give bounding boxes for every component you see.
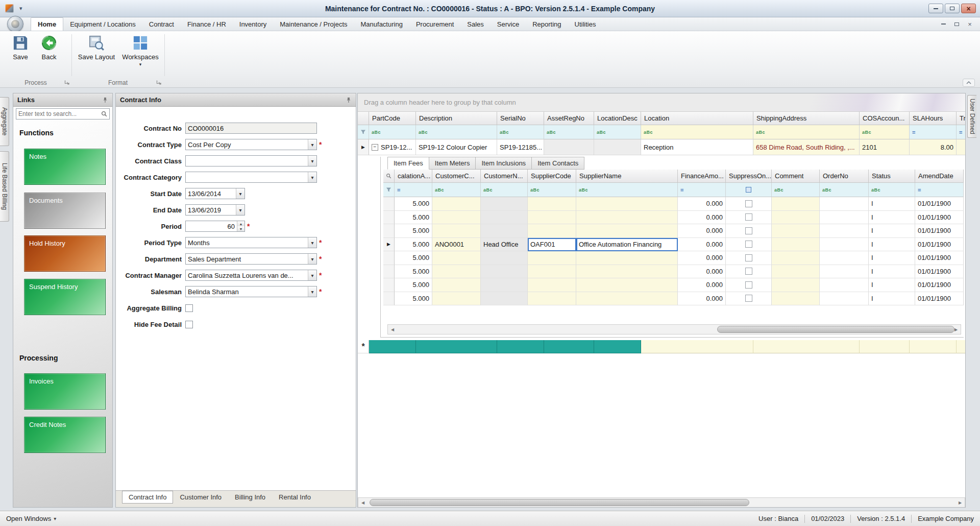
spinner-buttons[interactable]: ▲ ▼ <box>237 221 244 231</box>
tab-billing-info[interactable]: Billing Info <box>228 491 272 504</box>
maximize-button[interactable] <box>945 4 960 13</box>
period-input[interactable] <box>186 221 237 231</box>
escalation-amount-cell[interactable]: 5.000 <box>395 224 432 238</box>
slahours-header[interactable]: SLAHours <box>910 112 957 125</box>
ribbon-minimize-button[interactable] <box>937 19 949 29</box>
shippingaddress-filter-cell[interactable]: aBc <box>753 125 860 139</box>
order-no-cell[interactable] <box>820 224 869 238</box>
description-filter-cell[interactable]: aBc <box>416 125 497 139</box>
link-suspend-history[interactable]: Suspend History <box>24 279 106 315</box>
item-grid-row[interactable]: 5.0000.000I01/01/1900 <box>383 278 964 292</box>
assetregno-header[interactable]: AssetRegNo <box>544 112 594 125</box>
amend-date-cell[interactable]: 01/01/1900 <box>915 224 964 238</box>
shippingaddress-cell[interactable]: 658 Dime Road, South Riding, ,... <box>753 139 860 155</box>
customer-code-cell[interactable] <box>432 265 481 279</box>
ribbon-tab-procurement[interactable]: Procurement <box>409 17 460 31</box>
ribbon-tab-sales[interactable]: Sales <box>460 17 491 31</box>
order-no-cell[interactable] <box>820 265 869 279</box>
new-assetregno-cell[interactable] <box>544 340 594 353</box>
location-cell[interactable]: Reception <box>641 139 753 155</box>
group-by-panel[interactable]: Drag a column header here to group by th… <box>358 93 965 112</box>
cosaccount-header[interactable]: COSAccoun... <box>860 112 910 125</box>
suppress-checkbox[interactable] <box>745 281 752 289</box>
link-credit-notes[interactable]: Credit Notes <box>24 417 106 453</box>
edge-tab-life-based-billing[interactable]: Life Based Billing <box>0 151 9 222</box>
customercode-filter-cell[interactable]: aBc <box>432 183 481 197</box>
amenddate-header[interactable]: AmendDate <box>915 170 964 183</box>
item-grid-row[interactable]: 5.0000.000I01/01/1900 <box>383 251 964 265</box>
suppress-cell[interactable] <box>726 211 772 225</box>
locationdesc-header[interactable]: LocationDesc <box>594 112 641 125</box>
pin-icon[interactable] <box>102 97 108 103</box>
customer-code-cell[interactable] <box>432 224 481 238</box>
amend-date-cell[interactable]: 01/01/1900 <box>915 197 964 211</box>
aggregate-billing-checkbox[interactable] <box>185 304 193 312</box>
status-filter-cell[interactable]: aBc <box>869 183 915 197</box>
supplier-name-cell[interactable] <box>576 265 678 279</box>
contract-manager-combo[interactable]: Carolina Suzzetta Lourens van de... ▾ <box>185 270 317 281</box>
escalation-amount-cell[interactable]: 5.000 <box>395 251 432 265</box>
item-grid-row[interactable]: 5.0000.000I01/01/1900 <box>383 197 964 211</box>
suppliercode-filter-cell[interactable]: aBc <box>528 183 576 197</box>
suppress-checkbox[interactable] <box>745 254 752 261</box>
period-type-combo[interactable]: Months ▾ <box>185 237 317 248</box>
ribbon-close-button[interactable]: × <box>964 19 976 29</box>
customer-name-cell[interactable] <box>481 224 528 238</box>
new-location-cell[interactable] <box>641 340 753 353</box>
suppresson-filter-cell[interactable] <box>726 183 772 197</box>
order-no-cell[interactable] <box>820 211 869 225</box>
financeamount-filter-cell[interactable]: = <box>678 183 726 197</box>
links-search-input[interactable] <box>18 110 101 117</box>
order-no-cell[interactable] <box>820 292 869 306</box>
escalation-amount-cell[interactable]: 5.000 <box>395 265 432 279</box>
suppress-checkbox[interactable] <box>745 227 752 234</box>
finance-amount-cell[interactable]: 0.000 <box>678 251 726 265</box>
item-grid-row[interactable]: ▶5.000ANO0001Head OfficeOAF001Office Aut… <box>383 238 964 252</box>
link-hold-history[interactable]: Hold History <box>24 235 106 272</box>
application-menu-button[interactable] <box>7 16 23 32</box>
finance-amount-cell[interactable]: 0.000 <box>678 265 726 279</box>
ribbon-tab-maintenance-projects[interactable]: Maintenance / Projects <box>273 17 354 31</box>
assetregno-cell[interactable] <box>544 139 594 155</box>
main-grid-data-row[interactable]: ▶ − SP19-12... SP19-12 Colour Copier SP1… <box>358 139 966 155</box>
link-notes[interactable]: Notes <box>24 149 106 185</box>
scroll-left-icon[interactable]: ◀ <box>388 325 397 334</box>
suppress-checkbox[interactable] <box>745 268 752 275</box>
spin-up-icon[interactable]: ▲ <box>237 221 244 226</box>
ribbon-tab-manufacturing[interactable]: Manufacturing <box>354 17 409 31</box>
ribbon-tab-inventory[interactable]: Inventory <box>233 17 273 31</box>
order-no-cell[interactable] <box>820 238 869 252</box>
supplier-name-cell[interactable] <box>576 292 678 306</box>
status-cell[interactable]: I <box>869 224 915 238</box>
edge-tab-aggregate[interactable]: Aggregate <box>0 97 9 146</box>
locationdesc-cell[interactable] <box>594 139 641 155</box>
supplier-code-cell[interactable] <box>528 211 576 225</box>
escalation-amount-cell[interactable]: 5.000 <box>395 211 432 225</box>
status-cell[interactable]: I <box>869 292 915 306</box>
status-cell[interactable]: I <box>869 238 915 252</box>
description-cell[interactable]: SP19-12 Colour Copier <box>416 139 497 155</box>
new-partcode-cell[interactable] <box>369 340 416 353</box>
escalation-filter-cell[interactable]: = <box>395 183 432 197</box>
status-header[interactable]: Status <box>869 170 915 183</box>
scroll-right-icon[interactable]: ▶ <box>955 498 965 507</box>
orderno-filter-cell[interactable]: aBc <box>820 183 869 197</box>
supplier-code-cell[interactable] <box>528 251 576 265</box>
amend-date-cell[interactable]: 01/01/1900 <box>915 238 964 252</box>
amend-date-cell[interactable]: 01/01/1900 <box>915 251 964 265</box>
comment-cell[interactable] <box>772 211 820 225</box>
chevron-down-icon[interactable]: ▾ <box>308 286 316 297</box>
partcode-filter-cell[interactable]: aBc <box>369 125 416 139</box>
tab-item-fees[interactable]: Item Fees <box>387 157 429 170</box>
customer-name-cell[interactable] <box>481 211 528 225</box>
new-cosaccount-cell[interactable] <box>860 340 910 353</box>
quick-access-dropdown-icon[interactable]: ▾ <box>19 5 22 12</box>
customer-code-cell[interactable] <box>432 292 481 306</box>
contract-class-combo[interactable]: ▾ <box>185 155 317 166</box>
status-cell[interactable]: I <box>869 197 915 211</box>
suppress-checkbox[interactable] <box>745 200 752 207</box>
chevron-down-icon[interactable]: ▾ <box>308 254 316 264</box>
status-cell[interactable]: I <box>869 265 915 279</box>
chevron-down-icon[interactable]: ▾ <box>308 237 316 248</box>
assetregno-filter-cell[interactable]: aBc <box>544 125 594 139</box>
